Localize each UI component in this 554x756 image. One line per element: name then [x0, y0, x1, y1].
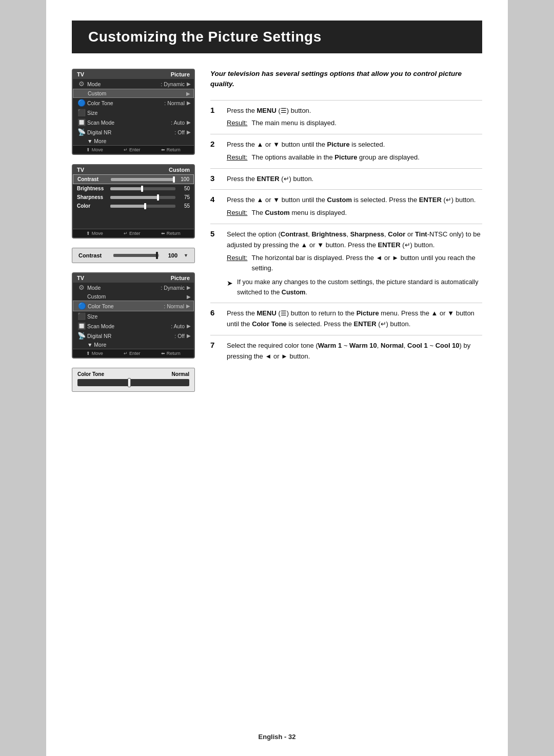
contrast-bar-thumb	[156, 252, 158, 259]
tv3-value-mode: : Dynamic	[161, 285, 185, 291]
step-3-content: Press the ENTER (↵) button.	[227, 174, 482, 185]
tv-label-scan: Scan Mode	[87, 120, 171, 126]
color-tone-header: Color Tone Normal	[77, 371, 189, 377]
step-7-num: 7	[210, 341, 220, 362]
slider-fill-sharpness	[110, 196, 159, 199]
slider-spacer2	[73, 220, 194, 229]
color-tone-value: Normal	[172, 371, 189, 377]
step-6-content: Press the MENU (☰) button to return to t…	[227, 308, 482, 330]
step-4-text: Press the ▲ or ▼ button until the Custom…	[227, 196, 476, 204]
right-column: Your television has several settings opt…	[210, 69, 482, 367]
footer-text: English - 32	[259, 733, 296, 741]
footer-move: ⬆ Move	[86, 147, 103, 152]
step-4-result-text: The Custom menu is displayed.	[251, 208, 347, 218]
tv-custom-header: TV Custom	[73, 165, 194, 174]
tv3-arrow-colortone: ▶	[186, 303, 190, 309]
tv-menu-3: TV Picture ⚙ Mode : Dynamic ▶ Custom ▶ 🔵…	[72, 272, 195, 359]
step-4: 4 Press the ▲ or ▼ button until the Cust…	[210, 189, 482, 224]
slider-label-sharpness: Sharpness	[77, 194, 110, 200]
step-2-result: Result: The options available in the Pic…	[227, 152, 482, 163]
step-1-result-text: The main menu is displayed.	[251, 118, 336, 129]
contrast-label: Contrast	[78, 252, 109, 258]
step-3: 3 Press the ENTER (↵) button.	[210, 168, 482, 190]
intro-text: Your television has several settings opt…	[210, 69, 482, 90]
contrast-down-arrow: ▼	[184, 253, 188, 258]
tv-menu-row: ⚙ Mode : Dynamic ▶	[73, 79, 194, 89]
tv3-value-dnr: : Off	[174, 333, 185, 339]
step-7: 7 Select the required color tone (Warm 1…	[210, 335, 482, 367]
step-4-content: Press the ▲ or ▼ button until the Custom…	[227, 195, 482, 218]
tv-icon-dnr: 📡	[76, 128, 87, 136]
tv-custom-footer: ⬆ Move ↵ Enter ⬅ Return	[73, 229, 194, 237]
slider-bar-brightness	[110, 187, 175, 190]
step-5-content: Select the option (Contrast, Brightness,…	[227, 229, 482, 297]
tv-menu3-row-custom: Custom ▶	[73, 292, 194, 301]
slider-spacer	[73, 210, 194, 220]
slider-label-brightness: Brightness	[77, 186, 110, 191]
step-4-result: Result: The Custom menu is displayed.	[227, 208, 482, 218]
tv-menu-3-header-right: Picture	[171, 275, 190, 281]
step-3-num: 3	[210, 174, 220, 185]
steps-list: 1 Press the MENU (☰) button. Result: The…	[210, 100, 482, 367]
tv3-icon-1: ⚙	[76, 284, 87, 291]
footer3-return: ⬅ Return	[161, 351, 181, 356]
slider-thumb-sharpness	[157, 194, 159, 201]
slider-row-sharpness: Sharpness 75	[73, 193, 194, 202]
step-1-num: 1	[210, 106, 220, 129]
tv-custom-header-right: Custom	[169, 167, 190, 173]
tv-value-mode: : Dynamic	[161, 81, 185, 87]
tv-menu3-row-colortone: 🔵 Color Tone : Normal ▶	[73, 301, 194, 311]
contrast-bar-box: Contrast 100 ▼	[72, 248, 195, 263]
contrast-bar-track	[113, 254, 159, 257]
tv-value-scan: : Auto	[171, 120, 185, 126]
step-5-result-text: The horizontal bar is displayed. Press t…	[251, 253, 482, 274]
step-1-result-label: Result:	[227, 118, 247, 129]
slider-thumb-contrast	[173, 176, 175, 183]
tv-arrow-dnr: ▶	[187, 129, 191, 135]
contrast-value: 100	[163, 252, 177, 258]
step-6: 6 Press the MENU (☰) button to return to…	[210, 303, 482, 335]
step-2-num: 2	[210, 140, 220, 163]
step-2-result-text: The options available in the Picture gro…	[251, 152, 419, 163]
step-2-result-label: Result:	[227, 152, 247, 163]
tv3-arrow-scan: ▶	[187, 323, 191, 329]
footer2-return: ⬅ Return	[161, 231, 181, 236]
tv-menu-row-scan: 🔲 Scan Mode : Auto ▶	[73, 117, 194, 127]
tv-menu-3-header-left: TV	[77, 275, 84, 281]
main-layout: TV Picture ⚙ Mode : Dynamic ▶ Custom ▶ 🔵…	[72, 69, 482, 392]
tv-menu-custom: TV Custom Contrast 100 Brightness	[72, 164, 195, 238]
tv-label-mode: Mode	[87, 81, 161, 87]
tv-icon-1: ⚙	[76, 80, 87, 88]
step-1-result: Result: The main menu is displayed.	[227, 118, 482, 129]
tv3-value-colortone: : Normal	[164, 303, 184, 309]
tv3-icon-size: ⬛	[76, 312, 87, 320]
slider-row-contrast: Contrast 100	[73, 174, 194, 184]
tv3-label-dnr: Digital NR	[87, 333, 174, 339]
slider-label-contrast: Contrast	[77, 176, 111, 182]
step-5-result: Result: The horizontal bar is displayed.…	[227, 253, 482, 274]
tv-icon-scan: 🔲	[76, 118, 87, 126]
step-5: 5 Select the option (Contrast, Brightnes…	[210, 224, 482, 303]
tv3-label-size: Size	[87, 313, 191, 320]
page: Customizing the Picture Settings TV Pict…	[46, 0, 508, 756]
tv3-label-custom: Custom	[87, 293, 185, 300]
tv-menu3-row-mode: ⚙ Mode : Dynamic ▶	[73, 283, 194, 292]
tv-menu-row-colortone: 🔵 Color Tone : Normal ▶	[73, 98, 194, 108]
tv3-icon-colortone: 🔵	[76, 302, 88, 310]
tv-menu3-row-dnr: 📡 Digital NR : Off ▶	[73, 331, 194, 341]
tv3-icon-scan: 🔲	[76, 322, 87, 330]
tv-menu-1-header-left: TV	[77, 71, 84, 77]
tv-menu-row-custom: Custom ▶	[73, 89, 194, 98]
footer2-enter: ↵ Enter	[124, 231, 140, 236]
tv-menu-1-footer: ⬆ Move ↵ Enter ⬅ Return	[73, 145, 194, 154]
slider-fill-brightness	[110, 187, 143, 190]
step-5-note-text: If you make any changes to the custom se…	[237, 277, 482, 297]
step-4-result-label: Result:	[227, 208, 247, 218]
tv-menu3-row-more: ▼ More	[73, 341, 194, 349]
color-tone-track	[77, 379, 189, 386]
slider-thumb-color	[144, 203, 146, 209]
slider-val-brightness: 50	[175, 186, 190, 191]
footer3-move: ⬆ Move	[86, 351, 103, 356]
tv-arrow-scan: ▶	[187, 120, 191, 125]
slider-label-color: Color	[77, 203, 110, 209]
